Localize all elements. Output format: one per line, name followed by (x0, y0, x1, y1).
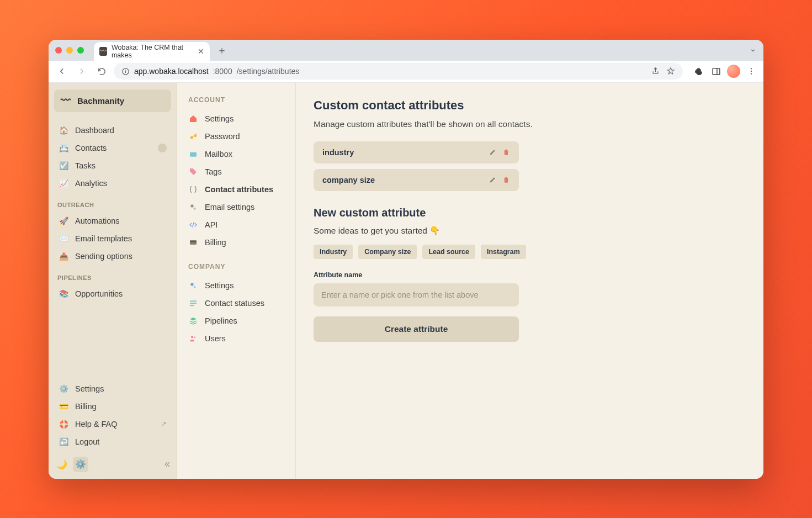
settings-section-account: ACCOUNT (188, 96, 286, 104)
sidebar-item-contacts[interactable]: 📇Contacts (54, 140, 171, 156)
browser-tab[interactable]: 〰 Wobaka: The CRM that makes ✕ (94, 42, 210, 61)
sidebar-item-analytics[interactable]: 📈Analytics (54, 175, 171, 192)
layers-icon: 📚 (59, 289, 68, 299)
users-icon (188, 334, 198, 343)
settings-nav-label: Settings (205, 114, 233, 123)
sidebar-item-automations[interactable]: 🚀Automations (54, 213, 171, 229)
settings-nav-contact-statuses[interactable]: Contact statuses (186, 296, 286, 310)
svg-rect-16 (190, 300, 197, 302)
primary-sidebar: 〰 Bachmanity 🏠Dashboard 📇Contacts ☑️Task… (49, 83, 177, 479)
svg-rect-9 (190, 152, 197, 156)
edit-button[interactable] (489, 148, 497, 156)
svg-rect-18 (190, 305, 194, 306)
new-tab-button[interactable]: ＋ (214, 43, 230, 58)
settings-nav-company-settings[interactable]: Settings (186, 278, 286, 293)
sidebar-label: Settings (75, 384, 104, 393)
suggestion-chip-company-size[interactable]: Company size (358, 245, 417, 259)
key-icon (188, 131, 198, 141)
sidebar-section-pipelines: PIPELINES (57, 274, 168, 281)
settings-nav-label: API (205, 220, 217, 229)
back-button[interactable] (54, 64, 70, 79)
share-icon[interactable] (651, 67, 660, 75)
browser-menu-button[interactable] (745, 65, 758, 78)
send-icon: 📤 (59, 251, 68, 261)
tabs-menu-button[interactable] (749, 46, 757, 54)
settings-nav-label: Email settings (205, 203, 254, 212)
delete-button[interactable] (502, 176, 510, 184)
svg-point-5 (751, 68, 752, 69)
attribute-name: industry (322, 148, 354, 157)
reload-button[interactable] (94, 64, 109, 79)
tab-title: Wobaka: The CRM that makes (112, 44, 193, 59)
create-attribute-button[interactable]: Create attribute (314, 316, 519, 342)
bookmark-star-icon[interactable] (666, 67, 675, 76)
settings-nav-password[interactable]: Password (186, 129, 286, 144)
gears-icon (188, 202, 198, 212)
suggestion-chip-instagram[interactable]: Instagram (481, 245, 526, 259)
panel-icon[interactable] (709, 65, 723, 78)
settings-nav-tags[interactable]: Tags (186, 165, 286, 179)
minimize-window-button[interactable] (66, 47, 73, 54)
url-host: app.wobaka.localhost (134, 67, 209, 76)
sidebar-item-email-templates[interactable]: ✉️Email templates (54, 230, 171, 247)
attribute-name-input[interactable] (314, 283, 519, 306)
settings-nav-label: Pipelines (205, 316, 237, 325)
tasks-icon: ☑️ (59, 161, 68, 171)
settings-nav-billing[interactable]: Billing (186, 235, 286, 250)
svg-rect-17 (190, 303, 197, 304)
logout-icon: ↩️ (59, 437, 68, 447)
settings-nav-settings[interactable]: Settings (186, 112, 286, 126)
home-icon (188, 114, 198, 124)
settings-nav-label: Contact attributes (205, 185, 273, 194)
edit-button[interactable] (489, 176, 497, 184)
settings-nav-label: Password (205, 132, 240, 141)
sidebar-item-help[interactable]: 🛟Help & FAQ↗ (54, 416, 171, 432)
close-window-button[interactable] (55, 47, 62, 54)
system-theme-toggle[interactable]: ⚙️ (73, 457, 88, 472)
sidebar-label: Sending options (75, 252, 132, 261)
svg-point-14 (190, 283, 193, 286)
collapse-sidebar-button[interactable] (162, 460, 171, 469)
settings-nav-pipelines[interactable]: Pipelines (186, 314, 286, 328)
dark-mode-toggle[interactable]: 🌙 (54, 457, 70, 472)
sidebar-item-opportunities[interactable]: 📚Opportunities (54, 286, 171, 302)
url-port: :8000 (213, 67, 232, 76)
profile-avatar[interactable] (727, 65, 740, 78)
browser-toolbar: app.wobaka.localhost:8000/settings/attri… (49, 61, 763, 83)
sidebar-item-settings[interactable]: ⚙️Settings (54, 380, 171, 397)
suggestion-chip-lead-source[interactable]: Lead source (422, 245, 475, 259)
sidebar-item-tasks[interactable]: ☑️Tasks (54, 157, 171, 174)
maximize-window-button[interactable] (77, 47, 84, 54)
envelope-icon: ✉️ (59, 234, 68, 244)
settings-nav-contact-attributes[interactable]: Contact attributes (186, 182, 286, 197)
settings-nav-mailbox[interactable]: Mailbox (186, 147, 286, 161)
url-path: /settings/attributes (237, 67, 300, 76)
org-switcher[interactable]: 〰 Bachmanity (54, 89, 171, 112)
close-tab-button[interactable]: ✕ (198, 47, 204, 56)
extensions-icon[interactable] (692, 65, 705, 78)
settings-nav-label: Users (205, 334, 226, 343)
suggestion-chip-industry[interactable]: Industry (314, 245, 353, 259)
settings-nav-email-settings[interactable]: Email settings (186, 200, 286, 214)
svg-point-7 (751, 73, 752, 74)
settings-nav-users[interactable]: Users (186, 331, 286, 346)
sidebar-label: Opportunities (75, 289, 123, 298)
section-title: New custom attribute (314, 207, 746, 219)
delete-button[interactable] (502, 148, 510, 156)
list-icon (188, 298, 198, 308)
settings-nav-label: Tags (205, 167, 222, 176)
settings-nav-api[interactable]: API (186, 218, 286, 232)
org-name: Bachmanity (77, 96, 124, 105)
address-bar[interactable]: app.wobaka.localhost:8000/settings/attri… (114, 63, 683, 80)
sidebar-item-sending-options[interactable]: 📤Sending options (54, 248, 171, 265)
forward-button[interactable] (74, 64, 89, 79)
analytics-icon: 📈 (59, 178, 68, 188)
attribute-row: company size (314, 169, 519, 191)
sidebar-item-billing[interactable]: 💳Billing (54, 398, 171, 415)
sidebar-label: Automations (75, 216, 120, 225)
svg-point-8 (190, 136, 193, 139)
page-title: Custom contact attributes (314, 98, 746, 113)
sidebar-item-logout[interactable]: ↩️Logout (54, 434, 171, 450)
sidebar-label: Logout (75, 437, 99, 446)
sidebar-item-dashboard[interactable]: 🏠Dashboard (54, 122, 171, 139)
